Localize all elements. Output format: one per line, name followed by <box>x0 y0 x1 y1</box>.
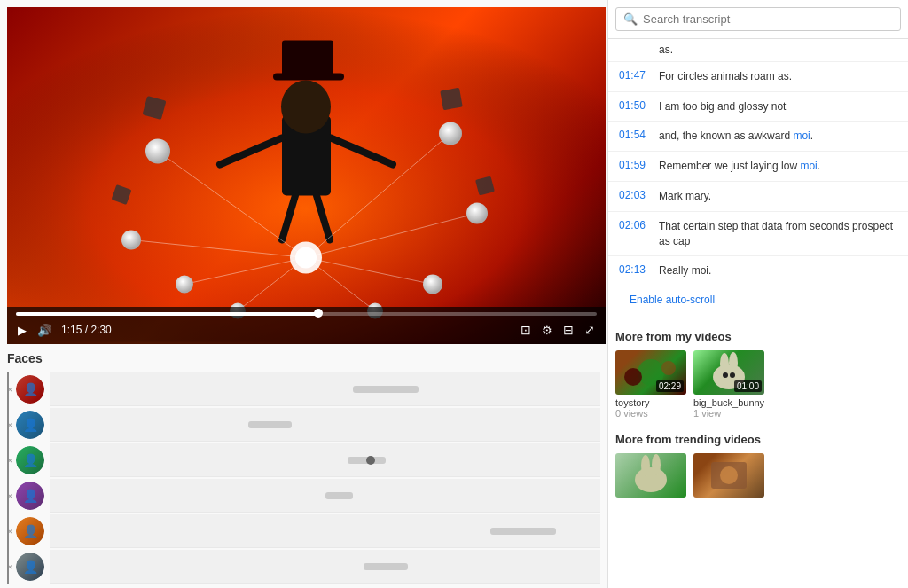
search-icon: 🔍 <box>623 12 638 26</box>
trending-videos-title: More from trending videos <box>615 433 901 446</box>
svg-point-20 <box>439 122 462 145</box>
video-thumb-bunny[interactable]: 01:00 big_buck_bunny 1 view <box>693 350 764 419</box>
face-close-1[interactable]: × <box>7 385 12 395</box>
video-thumb-trend2[interactable] <box>693 453 764 498</box>
fullscreen-icon: ⤢ <box>584 323 595 337</box>
face-avatar-1[interactable]: 👤 <box>16 375 44 404</box>
face-close-5[interactable]: × <box>7 527 12 537</box>
time-display: 1:15 / 2:30 <box>61 324 512 336</box>
transcript-item: 01:50 I am too big and glossy not <box>608 92 908 122</box>
svg-point-19 <box>145 139 170 164</box>
transcript-list: as. 01:47 For circles animals roam as. 0… <box>608 39 908 323</box>
trending-videos-section: More from trending videos <box>608 426 908 505</box>
transcript-time[interactable]: 02:03 <box>619 189 650 204</box>
search-transcript-input[interactable] <box>643 12 893 26</box>
face-track-6 <box>50 550 600 584</box>
face-track-3 <box>50 443 600 477</box>
thumb-title-bunny: big_buck_bunny <box>693 397 764 408</box>
face-avatar-3[interactable]: 👤 <box>16 446 44 474</box>
transcript-item: 02:03 Mark mary. <box>608 182 908 212</box>
play-button[interactable]: ▶ <box>16 322 28 339</box>
transcript-text: and, the known as awkward moi. <box>659 129 813 144</box>
face-segment-4 <box>325 492 353 499</box>
svg-point-36 <box>729 352 738 373</box>
transcript-time[interactable]: 01:50 <box>619 99 650 114</box>
progress-dot <box>314 309 323 318</box>
thumb-img-bunny: 01:00 <box>693 350 764 395</box>
svg-point-41 <box>652 454 661 475</box>
svg-point-35 <box>720 353 729 374</box>
trending-videos-thumbs <box>615 453 901 498</box>
transcript-time[interactable]: 02:06 <box>619 219 650 249</box>
face-track-5 <box>50 514 600 548</box>
thumb-img-toystory: 02:29 <box>615 350 686 395</box>
transcript-text: That certain step that data from seconds… <box>659 219 897 249</box>
theater-icon: ⊟ <box>563 323 574 337</box>
theater-button[interactable]: ⊟ <box>561 321 575 339</box>
svg-point-37 <box>723 372 728 378</box>
timeline-dot-3 <box>366 456 375 465</box>
face-close-2[interactable]: × <box>7 420 12 430</box>
svg-point-32 <box>624 368 642 386</box>
transcript-text: For circles animals roam as. <box>659 69 792 84</box>
transcript-text: Remember we just laying low moi. <box>659 159 820 174</box>
settings-button[interactable]: ⚙ <box>540 322 554 339</box>
face-avatar-6[interactable]: 👤 <box>16 553 44 581</box>
faces-timeline: × 👤 × 👤 <box>7 372 600 584</box>
face-segment-6 <box>364 563 408 570</box>
face-track-4 <box>50 479 600 513</box>
face-avatar-2[interactable]: 👤 <box>16 411 44 439</box>
search-input-wrap[interactable]: 🔍 <box>615 7 901 31</box>
play-icon: ▶ <box>18 324 27 337</box>
transcript-text: I am too big and glossy not <box>659 99 786 114</box>
subtitles-icon: ⊡ <box>521 323 531 337</box>
svg-point-33 <box>661 361 676 375</box>
face-segment-5 <box>490 528 556 535</box>
thumb-title-toystory: toystory <box>615 397 686 408</box>
face-close-6[interactable]: × <box>7 562 12 572</box>
face-avatar-5[interactable]: 👤 <box>16 517 44 545</box>
volume-button[interactable]: 🔊 <box>35 322 54 339</box>
faces-section: Faces × 👤 × <box>0 344 607 588</box>
settings-icon: ⚙ <box>542 324 552 337</box>
svg-point-24 <box>423 275 442 294</box>
face-avatar-4[interactable]: 👤 <box>16 482 44 510</box>
face-close-4[interactable]: × <box>7 491 12 501</box>
face-close-3[interactable]: × <box>7 456 12 466</box>
transcript-item: 02:13 Really moi. <box>608 256 908 286</box>
faces-title: Faces <box>7 351 600 365</box>
transcript-time[interactable] <box>619 43 650 58</box>
face-row: × 👤 <box>7 408 600 442</box>
video-thumb-trend1[interactable] <box>615 453 686 498</box>
auto-scroll-button[interactable]: Enable auto-scroll <box>619 290 725 310</box>
svg-point-21 <box>121 231 141 250</box>
thumb-views-toystory: 0 views <box>615 408 686 419</box>
transcript-text: as. <box>659 43 673 58</box>
svg-point-40 <box>641 455 650 476</box>
transcript-time[interactable]: 01:47 <box>619 69 650 84</box>
transcript-text: Really moi. <box>659 263 711 278</box>
thumb-duration-bunny: 01:00 <box>734 380 762 392</box>
progress-bar[interactable] <box>16 312 597 316</box>
thumb-img-trend2 <box>693 453 764 498</box>
transcript-search: 🔍 <box>608 0 908 39</box>
svg-rect-28 <box>440 88 462 110</box>
subtitles-button[interactable]: ⊡ <box>519 321 533 339</box>
fullscreen-button[interactable]: ⤢ <box>583 321 597 339</box>
video-player[interactable]: ▶ 🔊 1:15 / 2:30 ⊡ <box>7 7 606 344</box>
transcript-time[interactable]: 01:54 <box>619 129 650 144</box>
transcript-item: 02:06 That certain step that data from s… <box>608 212 908 257</box>
left-panel: ▶ 🔊 1:15 / 2:30 ⊡ <box>0 0 607 588</box>
my-videos-title: More from my videos <box>615 330 901 343</box>
thumb-views-bunny: 1 view <box>693 408 764 419</box>
transcript-time[interactable]: 02:13 <box>619 263 650 278</box>
transcript-time[interactable]: 01:59 <box>619 159 650 174</box>
video-thumb-toystory[interactable]: 02:29 toystory 0 views <box>615 350 686 419</box>
face-segment-1 <box>353 386 419 393</box>
progress-fill <box>16 312 318 316</box>
svg-rect-4 <box>282 41 333 76</box>
svg-point-23 <box>176 276 193 294</box>
right-panel: 🔍 as. 01:47 For circles animals roam as.… <box>607 0 908 588</box>
thumb-img-trend1 <box>615 453 686 498</box>
transcript-item: 01:47 For circles animals roam as. <box>608 62 908 92</box>
